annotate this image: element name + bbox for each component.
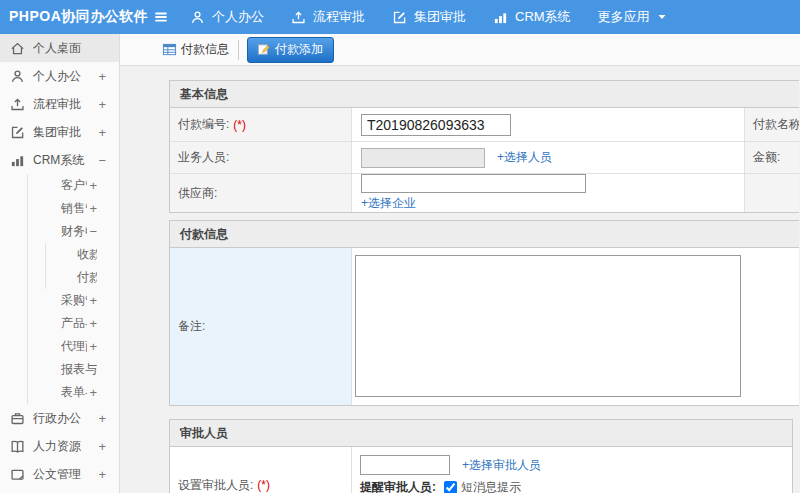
sidebar-item-label: 公文管理 <box>33 466 96 483</box>
tab-payment-add[interactable]: 付款添加 <box>247 37 334 63</box>
more-apps-menu[interactable]: 更多应用 <box>598 8 667 26</box>
sidebar-item-admin-office[interactable]: 行政办公+ <box>0 404 119 432</box>
edit-icon <box>392 10 407 25</box>
sidebar-item-label: 流程审批 <box>33 96 96 113</box>
nav-label: 个人办公 <box>212 8 264 26</box>
collapse-icon[interactable]: − <box>98 154 106 167</box>
sidebar-item-process-approval[interactable]: 流程审批+ <box>0 90 119 118</box>
sidebar-item-label: 人力资源 <box>33 438 96 455</box>
expand-icon[interactable]: + <box>89 386 97 399</box>
person-icon <box>10 69 25 84</box>
sidebar-item-sales-mgmt[interactable]: 销售管理+ <box>28 197 119 220</box>
sidebar-item-payment-order[interactable]: 付款单 <box>46 266 119 289</box>
supplier-input[interactable] <box>361 174 586 193</box>
expand-icon[interactable]: + <box>98 70 106 83</box>
sidebar-item-doc-mgmt[interactable]: 公文管理+ <box>0 460 119 488</box>
sidebar-item-label: 财务收支 <box>61 223 87 240</box>
sidebar-item-label: 采购管理 <box>61 292 87 309</box>
sidebar-item-customer-mgmt[interactable]: 客户管理+ <box>28 174 119 197</box>
sidebar-item-report-stats[interactable]: 报表与统计 <box>28 358 119 381</box>
section-payment-info: 付款信息 备注: <box>169 220 799 406</box>
sidebar-item-label: 个人桌面 <box>33 40 106 57</box>
sidebar-item-label: 销售管理 <box>61 200 87 217</box>
sms-checkbox[interactable] <box>444 481 457 493</box>
section-approval-title: 审批人员 <box>170 420 792 447</box>
expand-icon[interactable]: + <box>89 179 97 192</box>
folder-icon <box>10 467 25 482</box>
tab-bar: 付款信息 付款添加 <box>120 34 800 66</box>
table-grid-icon <box>162 42 177 57</box>
sidebar-item-purchase-mgmt[interactable]: 采购管理+ <box>28 289 119 312</box>
sidebar-submenu-crm-system: 客户管理+销售管理+财务收支−收款单付款单采购管理+产品与库存+代理商管理+报表… <box>27 174 119 404</box>
book-icon <box>10 439 25 454</box>
sidebar-item-crm-system[interactable]: CRM系统− <box>0 146 119 174</box>
payment-name-label-cell: 付款名称: (*) <box>745 108 799 141</box>
section-payment-info-title: 付款信息 <box>170 221 799 248</box>
remind-approver-label: 提醒审批人员: <box>360 479 436 493</box>
approver-input[interactable] <box>360 455 450 475</box>
section-approval: 审批人员 设置审批人员: (*) +选择审批人员 提醒审 <box>169 419 793 493</box>
required-mark: (*) <box>233 118 246 132</box>
sidebar-item-finance[interactable]: 财务收支− <box>28 220 119 243</box>
sidebar-item-label: 客户管理 <box>61 177 87 194</box>
nav-label: 集团审批 <box>414 8 466 26</box>
staff-input[interactable] <box>361 148 485 168</box>
expand-icon[interactable]: + <box>89 202 97 215</box>
nav-personal-office[interactable]: 个人办公 <box>190 8 264 26</box>
tab-payment-add-label: 付款添加 <box>275 41 323 58</box>
payment-no-input[interactable] <box>361 114 511 136</box>
briefcase-icon <box>10 411 25 426</box>
hamburger-menu-icon[interactable] <box>152 8 170 26</box>
expand-icon[interactable]: + <box>89 317 97 330</box>
person-icon <box>190 10 205 25</box>
sidebar-item-label: 代理商管理 <box>61 338 87 355</box>
sidebar-item-agent-mgmt[interactable]: 代理商管理+ <box>28 335 119 358</box>
sidebar-item-label: 报表与统计 <box>61 361 97 378</box>
nav-group-approval[interactable]: 集团审批 <box>392 8 466 26</box>
chart-icon <box>493 10 508 25</box>
app-window: PHPOA协同办公软件 个人办公流程审批集团审批CRM系统 更多应用 个人桌面个… <box>0 0 800 493</box>
sidebar-item-hr[interactable]: 人力资源+ <box>0 432 119 460</box>
sidebar-item-form-process-settings[interactable]: 表单与流程设置+ <box>28 381 119 404</box>
sidebar-item-label: 个人办公 <box>33 68 96 85</box>
sidebar-item-label: 付款单 <box>77 269 97 286</box>
staff-label-cell: 业务人员: <box>170 142 352 173</box>
sidebar-item-label: 收款单 <box>77 246 97 263</box>
section-basic-info-title: 基本信息 <box>170 81 799 108</box>
collapse-icon[interactable]: − <box>89 225 97 238</box>
nav-crm-system[interactable]: CRM系统 <box>493 8 571 26</box>
choose-approver-link[interactable]: +选择审批人员 <box>462 457 541 474</box>
sidebar: 个人桌面个人办公+流程审批+集团审批+CRM系统−客户管理+销售管理+财务收支−… <box>0 34 120 493</box>
sidebar-menu: 个人桌面个人办公+流程审批+集团审批+CRM系统−客户管理+销售管理+财务收支−… <box>0 34 119 488</box>
supplier-label-cell: 供应商: <box>170 174 352 212</box>
choose-person-link[interactable]: +选择人员 <box>497 149 552 166</box>
remark-textarea[interactable] <box>355 255 741 397</box>
expand-icon[interactable]: + <box>98 98 106 111</box>
expand-icon[interactable]: + <box>98 412 106 425</box>
top-header: PHPOA协同办公软件 个人办公流程审批集团审批CRM系统 更多应用 <box>0 0 800 34</box>
flow-icon <box>10 97 25 112</box>
sidebar-item-product-inventory[interactable]: 产品与库存+ <box>28 312 119 335</box>
sidebar-item-label: CRM系统 <box>33 152 96 169</box>
expand-icon[interactable]: + <box>89 340 97 353</box>
nav-process-approval[interactable]: 流程审批 <box>291 8 365 26</box>
tab-payment-info-label: 付款信息 <box>181 41 229 58</box>
sidebar-item-personal-office[interactable]: 个人办公+ <box>0 62 119 90</box>
tab-payment-info[interactable]: 付款信息 <box>162 40 239 60</box>
chevron-down-icon <box>657 12 667 22</box>
expand-icon[interactable]: + <box>89 294 97 307</box>
payment-no-label-cell: 付款编号: (*) <box>170 108 352 141</box>
expand-icon[interactable]: + <box>98 468 106 481</box>
edit-pencil-icon <box>256 42 271 57</box>
expand-icon[interactable]: + <box>98 440 106 453</box>
sidebar-item-label: 产品与库存 <box>61 315 87 332</box>
nav-label: CRM系统 <box>515 8 571 26</box>
sidebar-item-receipt-order[interactable]: 收款单 <box>46 243 119 266</box>
sidebar-item-label: 行政办公 <box>33 410 96 427</box>
choose-company-link[interactable]: +选择企业 <box>361 195 416 212</box>
home-icon <box>10 41 25 56</box>
sidebar-item-personal-desktop[interactable]: 个人桌面 <box>0 34 119 62</box>
sidebar-item-group-approval[interactable]: 集团审批+ <box>0 118 119 146</box>
nav-label: 流程审批 <box>313 8 365 26</box>
expand-icon[interactable]: + <box>98 126 106 139</box>
